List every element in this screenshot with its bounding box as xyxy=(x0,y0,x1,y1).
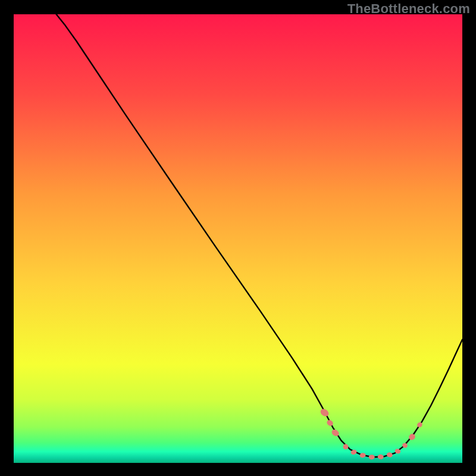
curve-marker xyxy=(369,455,375,459)
plot-area xyxy=(14,14,462,463)
chart-svg xyxy=(14,14,462,463)
chart-frame: TheBottleneck.com xyxy=(0,0,476,476)
chart-background xyxy=(14,14,462,463)
curve-marker xyxy=(343,444,348,449)
